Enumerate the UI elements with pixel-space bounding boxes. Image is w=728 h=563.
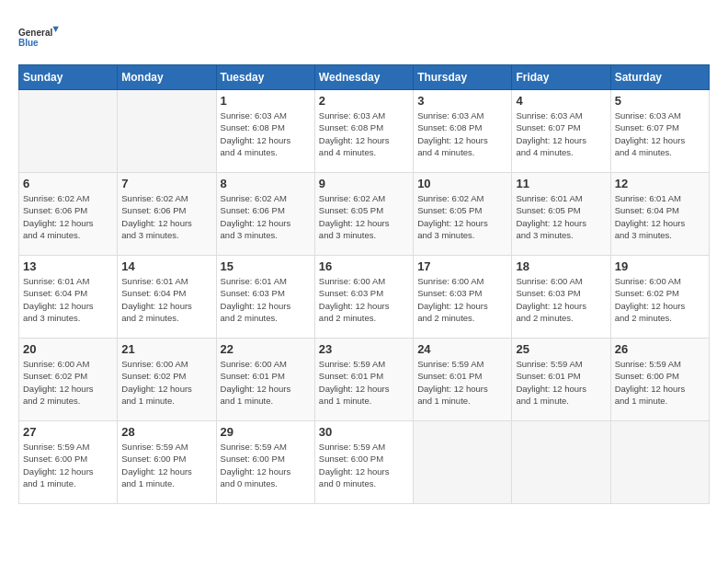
calendar-cell: 9Sunrise: 6:02 AM Sunset: 6:05 PM Daylig… [314,173,413,256]
calendar-body: 1Sunrise: 6:03 AM Sunset: 6:08 PM Daylig… [19,90,710,504]
calendar-cell: 11Sunrise: 6:01 AM Sunset: 6:05 PM Dayli… [512,173,610,256]
day-header-sunday: Sunday [19,65,118,90]
calendar-cell [512,421,610,504]
day-number: 3 [417,94,507,108]
logo-svg: GeneralBlue [18,18,64,55]
calendar-cell [118,90,216,173]
day-number: 20 [23,342,113,356]
day-number: 26 [615,342,705,356]
day-info: Sunrise: 6:01 AM Sunset: 6:04 PM Dayligh… [615,192,705,241]
calendar-cell: 23Sunrise: 5:59 AM Sunset: 6:01 PM Dayli… [314,339,413,421]
day-info: Sunrise: 6:01 AM Sunset: 6:04 PM Dayligh… [23,275,113,324]
day-number: 19 [615,259,705,273]
calendar-cell: 24Sunrise: 5:59 AM Sunset: 6:01 PM Dayli… [414,339,512,421]
day-number: 10 [417,177,507,190]
calendar-cell: 7Sunrise: 6:02 AM Sunset: 6:06 PM Daylig… [118,173,216,256]
calendar-cell: 1Sunrise: 6:03 AM Sunset: 6:08 PM Daylig… [216,90,314,173]
day-number: 6 [23,177,113,190]
day-info: Sunrise: 5:59 AM Sunset: 6:00 PM Dayligh… [319,441,409,489]
calendar-cell: 5Sunrise: 6:03 AM Sunset: 6:07 PM Daylig… [610,90,709,173]
day-info: Sunrise: 6:03 AM Sunset: 6:07 PM Dayligh… [615,109,705,158]
day-info: Sunrise: 6:03 AM Sunset: 6:08 PM Dayligh… [417,109,507,158]
calendar-cell: 28Sunrise: 5:59 AM Sunset: 6:00 PM Dayli… [118,421,216,504]
calendar-cell [19,90,118,173]
calendar-cell: 29Sunrise: 5:59 AM Sunset: 6:00 PM Dayli… [216,421,314,504]
day-info: Sunrise: 6:03 AM Sunset: 6:08 PM Dayligh… [319,109,409,158]
day-info: Sunrise: 6:01 AM Sunset: 6:05 PM Dayligh… [516,192,606,241]
day-header-tuesday: Tuesday [216,65,314,90]
day-info: Sunrise: 5:59 AM Sunset: 6:00 PM Dayligh… [221,441,311,489]
day-info: Sunrise: 6:02 AM Sunset: 6:05 PM Dayligh… [319,192,409,241]
calendar-cell [414,421,512,504]
calendar-cell: 22Sunrise: 6:00 AM Sunset: 6:01 PM Dayli… [216,339,314,421]
calendar-cell: 10Sunrise: 6:02 AM Sunset: 6:05 PM Dayli… [414,173,512,256]
day-info: Sunrise: 5:59 AM Sunset: 6:00 PM Dayligh… [121,441,211,489]
day-number: 13 [23,259,113,273]
day-header-friday: Friday [512,65,610,90]
day-number: 25 [516,342,606,356]
calendar-cell: 30Sunrise: 5:59 AM Sunset: 6:00 PM Dayli… [314,421,413,504]
day-number: 4 [516,94,606,108]
day-number: 8 [221,177,311,190]
day-info: Sunrise: 6:00 AM Sunset: 6:02 PM Dayligh… [23,358,113,407]
day-info: Sunrise: 6:00 AM Sunset: 6:03 PM Dayligh… [319,275,409,324]
day-number: 30 [319,425,409,439]
calendar-header: SundayMondayTuesdayWednesdayThursdayFrid… [19,65,710,90]
day-header-wednesday: Wednesday [314,65,413,90]
day-number: 29 [221,425,311,439]
day-header-saturday: Saturday [610,65,709,90]
calendar-cell: 3Sunrise: 6:03 AM Sunset: 6:08 PM Daylig… [414,90,512,173]
week-row-2: 6Sunrise: 6:02 AM Sunset: 6:06 PM Daylig… [19,173,710,256]
calendar-cell: 17Sunrise: 6:00 AM Sunset: 6:03 PM Dayli… [414,256,512,339]
day-number: 14 [121,259,211,273]
day-info: Sunrise: 6:01 AM Sunset: 6:03 PM Dayligh… [221,275,311,324]
day-number: 27 [23,425,113,439]
calendar-table: SundayMondayTuesdayWednesdayThursdayFrid… [18,64,710,504]
day-number: 7 [121,177,211,190]
day-number: 16 [319,259,409,273]
day-info: Sunrise: 6:00 AM Sunset: 6:01 PM Dayligh… [221,358,311,407]
week-row-4: 20Sunrise: 6:00 AM Sunset: 6:02 PM Dayli… [19,339,710,421]
day-info: Sunrise: 5:59 AM Sunset: 6:01 PM Dayligh… [319,358,409,407]
day-number: 5 [615,94,705,108]
header-row: SundayMondayTuesdayWednesdayThursdayFrid… [19,65,710,90]
week-row-1: 1Sunrise: 6:03 AM Sunset: 6:08 PM Daylig… [19,90,710,173]
calendar-cell: 18Sunrise: 6:00 AM Sunset: 6:03 PM Dayli… [512,256,610,339]
calendar-cell: 12Sunrise: 6:01 AM Sunset: 6:04 PM Dayli… [610,173,709,256]
day-header-thursday: Thursday [414,65,512,90]
day-info: Sunrise: 6:02 AM Sunset: 6:06 PM Dayligh… [23,192,113,241]
calendar-cell: 20Sunrise: 6:00 AM Sunset: 6:02 PM Dayli… [19,339,118,421]
day-header-monday: Monday [118,65,216,90]
day-number: 15 [221,259,311,273]
day-number: 11 [516,177,606,190]
day-number: 17 [417,259,507,273]
page-header: GeneralBlue [18,18,710,55]
day-info: Sunrise: 6:02 AM Sunset: 6:05 PM Dayligh… [417,192,507,241]
day-info: Sunrise: 6:00 AM Sunset: 6:03 PM Dayligh… [417,275,507,324]
day-info: Sunrise: 5:59 AM Sunset: 6:00 PM Dayligh… [23,441,113,489]
day-info: Sunrise: 6:01 AM Sunset: 6:04 PM Dayligh… [121,275,211,324]
svg-marker-2 [53,27,59,32]
calendar-cell [610,421,709,504]
day-number: 2 [319,94,409,108]
day-number: 21 [121,342,211,356]
calendar-cell: 19Sunrise: 6:00 AM Sunset: 6:02 PM Dayli… [610,256,709,339]
day-number: 22 [221,342,311,356]
calendar-cell: 15Sunrise: 6:01 AM Sunset: 6:03 PM Dayli… [216,256,314,339]
day-info: Sunrise: 6:02 AM Sunset: 6:06 PM Dayligh… [221,192,311,241]
day-info: Sunrise: 6:00 AM Sunset: 6:02 PM Dayligh… [615,275,705,324]
week-row-3: 13Sunrise: 6:01 AM Sunset: 6:04 PM Dayli… [19,256,710,339]
day-number: 1 [221,94,311,108]
week-row-5: 27Sunrise: 5:59 AM Sunset: 6:00 PM Dayli… [19,421,710,504]
day-info: Sunrise: 6:02 AM Sunset: 6:06 PM Dayligh… [121,192,211,241]
svg-text:Blue: Blue [18,38,39,48]
day-number: 9 [319,177,409,190]
day-info: Sunrise: 5:59 AM Sunset: 6:01 PM Dayligh… [417,358,507,407]
day-info: Sunrise: 5:59 AM Sunset: 6:01 PM Dayligh… [516,358,606,407]
calendar-cell: 14Sunrise: 6:01 AM Sunset: 6:04 PM Dayli… [118,256,216,339]
day-info: Sunrise: 6:03 AM Sunset: 6:07 PM Dayligh… [516,109,606,158]
day-info: Sunrise: 6:00 AM Sunset: 6:03 PM Dayligh… [516,275,606,324]
calendar-cell: 2Sunrise: 6:03 AM Sunset: 6:08 PM Daylig… [314,90,413,173]
calendar-cell: 27Sunrise: 5:59 AM Sunset: 6:00 PM Dayli… [19,421,118,504]
calendar-cell: 26Sunrise: 5:59 AM Sunset: 6:00 PM Dayli… [610,339,709,421]
